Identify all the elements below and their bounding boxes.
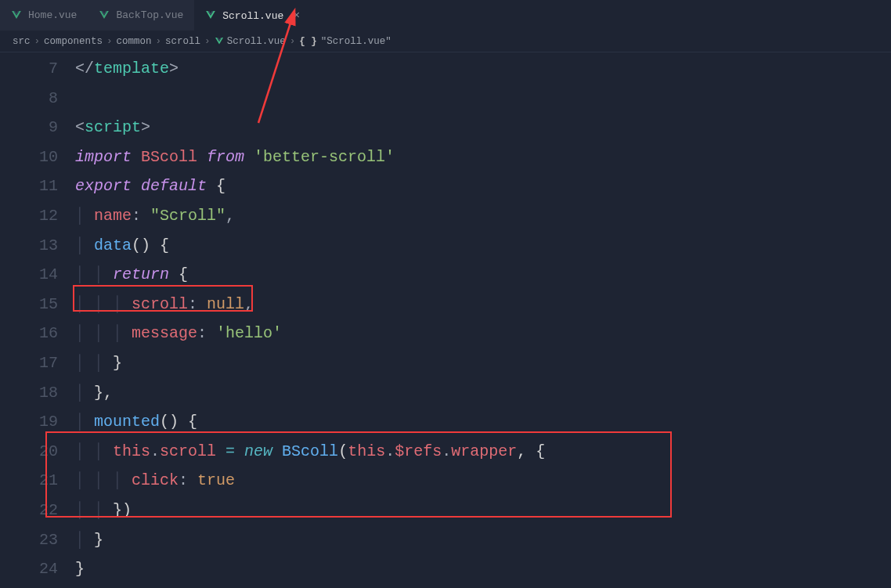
tab-scroll[interactable]: Scroll.vue × [194, 0, 311, 31]
braces-icon: { } [299, 36, 317, 47]
vue-icon [11, 11, 22, 20]
breadcrumb-part[interactable]: src [13, 36, 31, 47]
breadcrumb-part[interactable]: components [44, 36, 103, 47]
vue-icon [99, 11, 110, 20]
tab-label: Home.vue [28, 9, 77, 21]
chevron-right-icon: › [156, 36, 162, 47]
tab-home[interactable]: Home.vue [0, 0, 88, 31]
breadcrumb-part[interactable]: "Scroll.vue" [321, 36, 391, 47]
chevron-right-icon: › [106, 36, 113, 47]
close-icon[interactable]: × [293, 9, 300, 23]
vue-icon [215, 38, 224, 45]
breadcrumb: src › components › common › scroll › Scr… [0, 31, 891, 52]
vue-icon [205, 11, 216, 20]
code-area[interactable]: </template> <script>import BScoll from '… [75, 54, 545, 584]
tab-bar: Home.vue BackTop.vue Scroll.vue × [0, 0, 891, 31]
breadcrumb-part[interactable]: common [117, 36, 152, 47]
breadcrumb-part[interactable]: Scroll.vue [227, 36, 286, 47]
tab-backtop[interactable]: BackTop.vue [88, 0, 194, 31]
tab-label: BackTop.vue [116, 9, 183, 21]
chevron-right-icon: › [290, 36, 296, 47]
chevron-right-icon: › [204, 36, 211, 47]
chevron-right-icon: › [34, 36, 41, 47]
line-gutter: 789101112131415161718192021222324 [0, 54, 75, 584]
breadcrumb-part[interactable]: scroll [165, 36, 200, 47]
tab-label: Scroll.vue [222, 10, 283, 22]
code-editor[interactable]: 789101112131415161718192021222324 </temp… [0, 52, 891, 584]
